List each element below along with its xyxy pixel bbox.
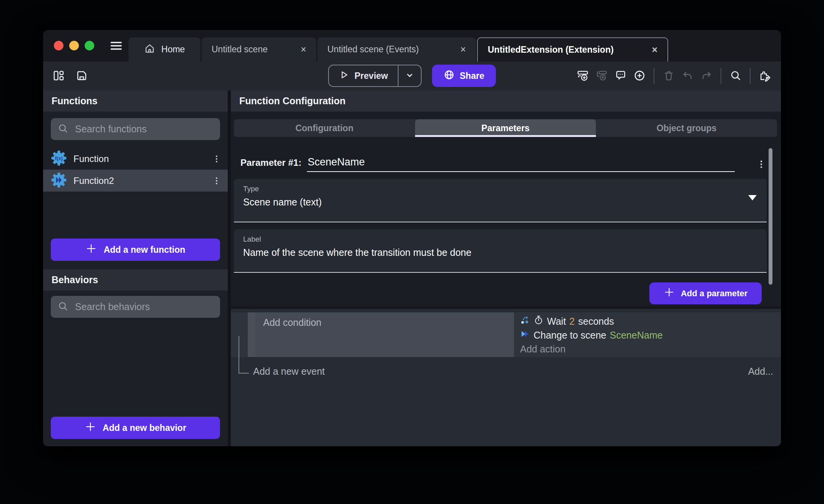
toolbar-left bbox=[50, 62, 90, 90]
add-more-link[interactable]: Add... bbox=[748, 366, 773, 377]
main-menu-button[interactable] bbox=[108, 38, 125, 54]
add-new-event-link[interactable]: Add a new event bbox=[253, 366, 325, 377]
dropdown-arrow-icon bbox=[748, 195, 757, 200]
search-functions-input[interactable] bbox=[74, 123, 213, 135]
function-gear-fx-icon: f(x) bbox=[51, 150, 67, 168]
add-behavior-label: Add a new behavior bbox=[103, 423, 186, 433]
search-icon bbox=[58, 301, 68, 313]
change-scene-action[interactable]: Change to scene SceneName bbox=[520, 328, 781, 342]
tab-label: Untitled scene bbox=[212, 44, 268, 55]
toolbar-divider bbox=[654, 68, 654, 84]
kebab-menu-icon[interactable] bbox=[212, 154, 222, 164]
window-controls bbox=[54, 41, 94, 50]
play-icon bbox=[339, 70, 349, 82]
add-button[interactable] bbox=[631, 68, 648, 85]
search-events-button[interactable] bbox=[727, 68, 744, 85]
zoom-window-button[interactable] bbox=[85, 41, 94, 50]
toolbar-divider bbox=[721, 68, 721, 84]
event-actions[interactable]: Wait 2 seconds Change to scene SceneName bbox=[514, 312, 781, 357]
label-text-field[interactable]: Label Name of the scene where the transi… bbox=[234, 229, 767, 273]
delete-button[interactable] bbox=[660, 68, 677, 85]
comment-icon bbox=[615, 70, 627, 83]
minimize-window-button[interactable] bbox=[69, 41, 79, 50]
function-item-label: Function2 bbox=[73, 175, 114, 186]
chevron-down-icon bbox=[405, 70, 415, 82]
add-action-link[interactable]: Add action bbox=[520, 342, 781, 356]
redo-button[interactable] bbox=[698, 68, 715, 85]
tab-parameters[interactable]: Parameters bbox=[415, 119, 596, 137]
svg-text:f(x): f(x) bbox=[55, 155, 63, 161]
kebab-menu-icon[interactable] bbox=[212, 176, 222, 186]
add-function-label: Add a new function bbox=[103, 245, 185, 255]
type-field-value: Scene name (text) bbox=[243, 197, 757, 208]
event-tree-bracket bbox=[239, 336, 249, 374]
tab-label: UntitledExtension (Extension) bbox=[488, 45, 614, 55]
functions-panel-header: Functions bbox=[43, 90, 228, 112]
parameter-row: Parameter #1: bbox=[240, 156, 767, 172]
function2-list-item[interactable]: Function2 bbox=[43, 170, 228, 192]
change-scene-arrow-icon bbox=[520, 329, 530, 341]
search-icon bbox=[58, 123, 68, 135]
scrollbar[interactable] bbox=[769, 148, 772, 285]
scene-name-reference: SceneName bbox=[610, 330, 663, 341]
event-conditions[interactable]: Add condition bbox=[255, 312, 514, 357]
tab-home[interactable]: Home bbox=[128, 37, 200, 62]
async-icon bbox=[520, 315, 530, 327]
plus-icon bbox=[664, 287, 675, 300]
parameter-name-input[interactable] bbox=[307, 156, 735, 172]
tab-configuration[interactable]: Configuration bbox=[234, 119, 415, 137]
close-icon[interactable]: × bbox=[300, 45, 306, 54]
add-parameter-label: Add a parameter bbox=[681, 289, 748, 299]
add-function-button[interactable]: Add a new function bbox=[51, 239, 220, 261]
add-behavior-button[interactable]: Add a new behavior bbox=[51, 417, 220, 439]
add-condition-link[interactable]: Add condition bbox=[263, 317, 322, 328]
tab-untitled-scene-events[interactable]: Untitled scene (Events) × bbox=[317, 37, 476, 62]
redo-icon bbox=[701, 70, 712, 83]
close-window-button[interactable] bbox=[54, 41, 63, 50]
event-drag-handle[interactable] bbox=[248, 312, 255, 357]
behaviors-panel-header: Behaviors bbox=[43, 269, 228, 290]
kebab-menu-icon[interactable] bbox=[756, 159, 767, 170]
action-text: Change to scene bbox=[534, 330, 606, 341]
save-button[interactable] bbox=[73, 68, 90, 85]
preview-options-button[interactable] bbox=[399, 65, 421, 86]
add-event-button[interactable] bbox=[574, 68, 591, 85]
globe-icon bbox=[444, 69, 455, 83]
function-configuration-panel: Configuration Parameters Object groups P… bbox=[231, 112, 781, 306]
search-icon bbox=[730, 70, 742, 83]
content-area: Functions bbox=[43, 90, 781, 446]
tab-label: Home bbox=[161, 44, 185, 55]
undo-button[interactable] bbox=[679, 68, 696, 85]
preview-button[interactable]: Preview bbox=[328, 65, 422, 87]
close-icon[interactable]: × bbox=[652, 45, 657, 55]
event-row[interactable]: Add condition Wait 2 seconds bbox=[231, 312, 781, 357]
tab-object-groups[interactable]: Object groups bbox=[596, 119, 777, 137]
function-item-label: Function bbox=[73, 154, 109, 164]
home-icon bbox=[144, 43, 155, 57]
share-button[interactable]: Share bbox=[432, 65, 496, 87]
add-subevent-button[interactable] bbox=[593, 68, 610, 85]
plus-circle-icon bbox=[634, 70, 646, 83]
add-parameter-button[interactable]: Add a parameter bbox=[649, 282, 762, 304]
edit-extension-button[interactable] bbox=[756, 68, 773, 85]
tab-untitled-scene[interactable]: Untitled scene × bbox=[202, 37, 316, 62]
toggle-panels-button[interactable] bbox=[50, 68, 67, 85]
action-text: seconds bbox=[578, 316, 614, 327]
add-comment-button[interactable] bbox=[612, 68, 629, 85]
wait-action[interactable]: Wait 2 seconds bbox=[520, 314, 781, 328]
search-behaviors-input[interactable] bbox=[74, 301, 213, 313]
tab-label: Configuration bbox=[295, 123, 354, 134]
action-value: 2 bbox=[569, 316, 575, 327]
parameter-number-label: Parameter #1: bbox=[240, 157, 302, 172]
search-behaviors-box[interactable] bbox=[51, 296, 220, 318]
tab-untitled-extension[interactable]: UntitledExtension (Extension) × bbox=[477, 37, 668, 62]
panel-divider bbox=[228, 90, 231, 446]
function-list-item[interactable]: f(x) Function bbox=[43, 148, 228, 170]
search-functions-box[interactable] bbox=[51, 118, 220, 140]
sidebar-spacer bbox=[43, 318, 228, 417]
type-select-field[interactable]: Type Scene name (text) bbox=[234, 179, 767, 222]
toolbar-divider bbox=[750, 68, 751, 84]
close-icon[interactable]: × bbox=[460, 45, 466, 54]
plus-icon bbox=[85, 421, 96, 435]
label-field-value: Name of the scene where the transition m… bbox=[243, 247, 757, 258]
